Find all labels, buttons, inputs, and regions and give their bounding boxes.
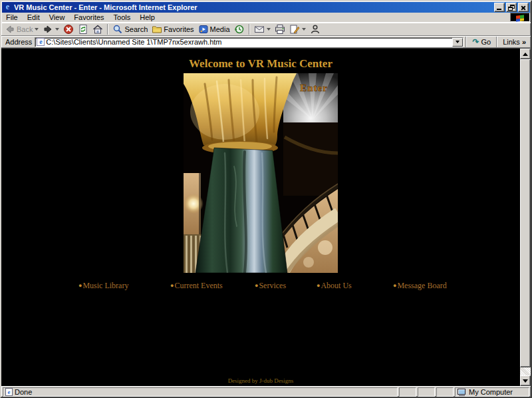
back-icon bbox=[5, 24, 15, 35]
back-dropdown-icon bbox=[35, 28, 39, 31]
status-pane bbox=[436, 387, 454, 397]
edit-dropdown-icon bbox=[302, 28, 306, 31]
search-button[interactable]: Search bbox=[110, 23, 150, 35]
forward-icon bbox=[43, 24, 53, 35]
ie-document-icon: e bbox=[5, 388, 13, 396]
stop-icon bbox=[63, 24, 74, 35]
refresh-icon bbox=[78, 24, 88, 35]
menu-view[interactable]: View bbox=[45, 13, 70, 22]
nav-link-current-events[interactable]: ●Current Events bbox=[170, 281, 223, 291]
arrow-down-icon bbox=[523, 379, 528, 383]
window-title: VR Music Center - Enter - Microsoft Inte… bbox=[14, 3, 493, 11]
go-button[interactable]: ↷ Go bbox=[469, 37, 494, 47]
favorites-icon bbox=[152, 24, 162, 35]
forward-dropdown-icon bbox=[55, 28, 59, 31]
footer-credit: Designed by J-dub Designs bbox=[1, 377, 520, 384]
mail-button[interactable] bbox=[252, 23, 273, 35]
menu-edit[interactable]: Edit bbox=[23, 13, 45, 22]
close-button[interactable] bbox=[518, 3, 529, 12]
media-icon bbox=[198, 24, 209, 35]
enter-link[interactable]: Enter bbox=[300, 83, 328, 93]
bullet-icon: ● bbox=[170, 282, 174, 289]
forward-button[interactable] bbox=[41, 23, 61, 35]
windows-flag-icon bbox=[516, 15, 524, 21]
status-bar: e Done My Computer bbox=[1, 386, 531, 397]
scroll-down-button[interactable] bbox=[520, 375, 531, 386]
content-area: Welcome to VR Music Center bbox=[1, 48, 531, 386]
restore-button[interactable] bbox=[506, 3, 517, 12]
menu-file[interactable]: File bbox=[1, 13, 23, 22]
menu-bar: File Edit View Favorites Tools Help bbox=[1, 13, 531, 23]
page-title: Welcome to VR Music Center bbox=[1, 57, 520, 71]
security-zone-pane: My Computer bbox=[455, 387, 529, 397]
ie-page-icon: e bbox=[37, 38, 45, 46]
messenger-icon bbox=[310, 24, 321, 35]
history-button[interactable] bbox=[232, 23, 247, 35]
hero-image: Enter bbox=[184, 73, 338, 273]
chevron-down-icon bbox=[456, 41, 460, 43]
messenger-button[interactable] bbox=[308, 23, 323, 35]
zone-label: My Computer bbox=[469, 388, 513, 396]
vertical-scrollbar[interactable] bbox=[520, 49, 531, 386]
toolbar: Back Search Favorites Media bbox=[1, 23, 531, 36]
ie-logo-icon: e bbox=[3, 3, 12, 11]
links-button[interactable]: Links » bbox=[499, 37, 529, 47]
bullet-icon: ● bbox=[393, 282, 396, 289]
address-bar: Address e ↷ Go Links » bbox=[1, 36, 531, 48]
history-icon bbox=[234, 24, 245, 35]
menu-tools[interactable]: Tools bbox=[109, 13, 136, 22]
edit-button[interactable] bbox=[287, 23, 308, 35]
arrow-up-icon bbox=[523, 53, 528, 56]
home-icon bbox=[92, 24, 103, 35]
web-page: Welcome to VR Music Center bbox=[1, 49, 520, 386]
minimize-button[interactable] bbox=[494, 3, 505, 12]
chevron-more-icon: » bbox=[522, 38, 526, 46]
edit-icon bbox=[289, 24, 300, 35]
toolbar-separator bbox=[107, 24, 108, 35]
nav-bar: ●Music Library ●Current Events ●Services… bbox=[1, 281, 520, 290]
browser-window: e VR Music Center - Enter - Microsoft In… bbox=[0, 0, 532, 398]
title-bar: e VR Music Center - Enter - Microsoft In… bbox=[2, 2, 530, 13]
menu-help[interactable]: Help bbox=[135, 13, 160, 22]
bullet-icon: ● bbox=[255, 282, 258, 289]
nav-link-about-us[interactable]: ●About Us bbox=[317, 281, 352, 291]
nav-link-services[interactable]: ●Services bbox=[255, 281, 286, 291]
address-field: e bbox=[35, 37, 464, 47]
windows-flag-throbber bbox=[510, 13, 530, 22]
print-icon bbox=[275, 24, 285, 35]
scrollbar-thumb[interactable] bbox=[520, 59, 531, 367]
mail-icon bbox=[254, 24, 265, 35]
nav-link-music-library[interactable]: ●Music Library bbox=[78, 281, 128, 291]
address-input[interactable] bbox=[46, 38, 452, 47]
bullet-icon: ● bbox=[78, 282, 82, 289]
back-button[interactable]: Back bbox=[3, 23, 41, 35]
menu-favorites[interactable]: Favorites bbox=[69, 13, 108, 22]
status-pane bbox=[399, 387, 416, 397]
toolbar-separator bbox=[249, 24, 250, 35]
minimize-icon bbox=[497, 9, 501, 10]
search-icon bbox=[112, 24, 123, 35]
mail-dropdown-icon bbox=[267, 28, 271, 31]
refresh-button[interactable] bbox=[76, 23, 90, 35]
print-button[interactable] bbox=[273, 23, 287, 35]
address-label: Address bbox=[3, 38, 35, 46]
status-text: Done bbox=[15, 388, 32, 396]
address-dropdown-button[interactable] bbox=[452, 38, 463, 47]
my-computer-icon bbox=[458, 389, 467, 396]
media-button[interactable]: Media bbox=[196, 23, 232, 35]
go-icon: ↷ bbox=[472, 38, 479, 46]
bullet-icon: ● bbox=[317, 282, 320, 289]
stop-button[interactable] bbox=[61, 23, 76, 35]
status-message-pane: e Done bbox=[3, 387, 398, 397]
nav-link-message-board[interactable]: ●Message Board bbox=[393, 281, 447, 291]
scroll-up-button[interactable] bbox=[520, 49, 531, 59]
home-button[interactable] bbox=[90, 23, 105, 35]
status-pane bbox=[418, 387, 435, 397]
favorites-button[interactable]: Favorites bbox=[150, 23, 196, 35]
